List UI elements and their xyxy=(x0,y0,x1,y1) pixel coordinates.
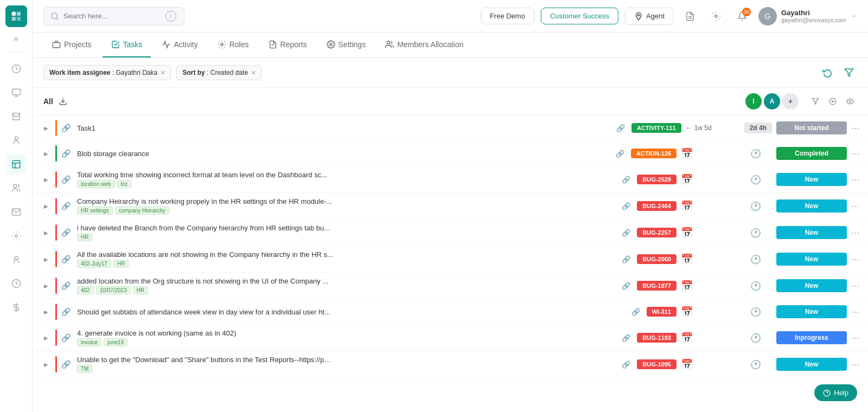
close-icon-btn[interactable] xyxy=(826,94,840,108)
task-name: 4. generate invoice is not working (same… xyxy=(77,329,617,346)
more-options-btn[interactable]: ··· xyxy=(851,306,859,318)
sidebar-icon-inbox[interactable] xyxy=(7,107,26,126)
filter-icon-btn[interactable] xyxy=(808,94,822,108)
tab-projects[interactable]: Projects xyxy=(43,33,100,57)
task-row[interactable]: ▶ 🔗 Company Heirarchy is not working pro… xyxy=(33,193,868,220)
app-logo[interactable] xyxy=(5,5,27,27)
task-row[interactable]: ▶ 🔗 All the available locations are not … xyxy=(33,246,868,273)
table-action-icons xyxy=(808,94,857,108)
notification-icon-btn[interactable]: 35 xyxy=(732,7,752,26)
sort-filter-chip[interactable]: Sort by : Created date × xyxy=(176,65,261,80)
sidebar-icon-monitor[interactable] xyxy=(7,83,26,102)
customer-success-button[interactable]: Customer Success xyxy=(541,8,618,24)
link-icon: 🔗 xyxy=(61,281,71,290)
tab-reports[interactable]: Reports xyxy=(260,33,316,57)
user-info[interactable]: G Gayathri gayathri@snovasys.com xyxy=(758,7,857,25)
expand-btn[interactable]: ▶ xyxy=(41,175,51,184)
download-icon[interactable] xyxy=(59,97,67,106)
free-demo-button[interactable]: Free Demo xyxy=(481,8,534,24)
open-filter-btn[interactable] xyxy=(841,65,857,81)
task-row[interactable]: ▶ 🔗 added location from the Org structur… xyxy=(33,273,868,299)
filter-bar: Work item assignee : Gayathri Daka × Sor… xyxy=(33,58,868,88)
sidebar-icon-tasks[interactable] xyxy=(7,154,26,174)
svg-point-19 xyxy=(637,14,639,16)
expand-btn[interactable]: ▶ xyxy=(41,228,51,237)
expand-btn[interactable]: ▶ xyxy=(41,149,51,158)
expand-btn[interactable]: ▶ xyxy=(41,359,51,369)
task-row[interactable]: ▶ 🔗 4. generate invoice is not working (… xyxy=(33,325,868,351)
sidebar-icon-person[interactable] xyxy=(7,131,26,150)
avatar-add-btn[interactable]: + xyxy=(782,93,799,110)
task-tags: 402-July17HR xyxy=(77,260,617,268)
task-rows-container: ▶ 🔗 Task1 🔗 ACTIVITY-111 ←1w 5d 2d 4h No… xyxy=(33,115,868,378)
clock-icon: 🕐 xyxy=(739,281,772,291)
settings-icon-btn[interactable] xyxy=(706,7,726,26)
sort-filter-close[interactable]: × xyxy=(251,68,256,77)
task-tags: HR settingscompany Heirarchy xyxy=(77,207,617,215)
svg-point-12 xyxy=(13,184,16,188)
search-input[interactable] xyxy=(63,12,161,20)
avatar-I[interactable]: I xyxy=(745,93,762,110)
agent-button[interactable]: Agent xyxy=(625,8,674,25)
more-options-btn[interactable]: ··· xyxy=(851,123,859,134)
sidebar-expand-btn[interactable]: » xyxy=(11,31,21,46)
members-icon xyxy=(385,40,394,49)
more-options-btn[interactable]: ··· xyxy=(851,254,859,265)
expand-btn[interactable]: ▶ xyxy=(41,254,51,264)
task-row[interactable]: ▶ 🔗 i have deleted the Branch from the C… xyxy=(33,220,868,246)
task-row[interactable]: ▶ 🔗 Total working time showing incorrect… xyxy=(33,166,868,193)
link-icon2: 🔗 xyxy=(622,229,630,237)
more-options-btn[interactable]: ··· xyxy=(851,227,859,239)
time-col: 📅 xyxy=(681,358,735,370)
task-row[interactable]: ▶ 🔗 Task1 🔗 ACTIVITY-111 ←1w 5d 2d 4h No… xyxy=(33,115,868,141)
more-options-btn[interactable]: ··· xyxy=(851,332,859,344)
more-options-btn[interactable]: ··· xyxy=(851,148,859,159)
sidebar-icon-billing[interactable] xyxy=(7,298,26,317)
search-box[interactable]: i xyxy=(43,7,184,25)
sidebar-icon-settings[interactable] xyxy=(7,226,26,246)
link-icon2: 🔗 xyxy=(616,124,625,132)
reset-filter-btn[interactable] xyxy=(819,65,835,81)
assignee-filter-close[interactable]: × xyxy=(161,68,165,77)
more-options-btn[interactable]: ··· xyxy=(851,280,859,292)
task-row[interactable]: ▶ 🔗 Should get subtabs of attendance wee… xyxy=(33,299,868,325)
eye-icon-btn[interactable] xyxy=(843,94,857,108)
tab-tasks[interactable]: Tasks xyxy=(103,33,151,57)
tab-roles[interactable]: Roles xyxy=(209,33,258,57)
tab-settings[interactable]: Settings xyxy=(318,33,375,57)
sidebar-icon-mail[interactable] xyxy=(7,202,26,222)
tab-activity[interactable]: Activity xyxy=(153,33,206,57)
task-row[interactable]: ▶ 🔗 Unable to get the "Download" and "Sh… xyxy=(33,351,868,378)
assignee-filter-chip[interactable]: Work item assignee : Gayathri Daka × xyxy=(43,65,171,80)
task-name: Blob storage clearance xyxy=(77,150,611,158)
more-options-btn[interactable]: ··· xyxy=(851,174,859,185)
task-row[interactable]: ▶ 🔗 Blob storage clearance 🔗 ACTION-126 … xyxy=(33,141,868,166)
sidebar-icon-dashboard[interactable] xyxy=(7,59,26,79)
task-border xyxy=(55,198,57,214)
link-icon: 🔗 xyxy=(61,333,71,342)
more-options-btn[interactable]: ··· xyxy=(851,201,859,212)
date-icon: 📅 xyxy=(681,280,693,292)
sidebar-icon-group[interactable] xyxy=(7,178,26,198)
expand-btn[interactable]: ▶ xyxy=(41,281,51,291)
time-col: 📅 xyxy=(681,200,735,212)
document-icon-btn[interactable] xyxy=(680,7,700,26)
task-name: All the available locations are not show… xyxy=(77,250,617,268)
link-icon: 🔗 xyxy=(61,202,71,210)
expand-btn[interactable]: ▶ xyxy=(41,201,51,211)
sort-filter-label: Sort by : Created date xyxy=(182,69,248,76)
task-name: Company Heirarchy is not working propely… xyxy=(77,197,617,215)
tab-members[interactable]: Members Allocation xyxy=(376,33,472,57)
sidebar-icon-user2[interactable] xyxy=(7,250,26,269)
expand-btn[interactable]: ▶ xyxy=(41,333,51,343)
task-tag: june19 xyxy=(104,338,127,346)
settings-nav-icon xyxy=(327,40,335,49)
expand-btn[interactable]: ▶ xyxy=(41,123,51,133)
clock-icon: 🕐 xyxy=(739,149,772,159)
avatar-A[interactable]: A xyxy=(764,93,780,110)
sidebar-icon-clock[interactable] xyxy=(7,274,26,293)
expand-btn[interactable]: ▶ xyxy=(41,307,51,317)
help-button[interactable]: Help xyxy=(814,384,857,401)
search-info-icon[interactable]: i xyxy=(165,11,176,22)
more-options-btn[interactable]: ··· xyxy=(851,359,859,370)
